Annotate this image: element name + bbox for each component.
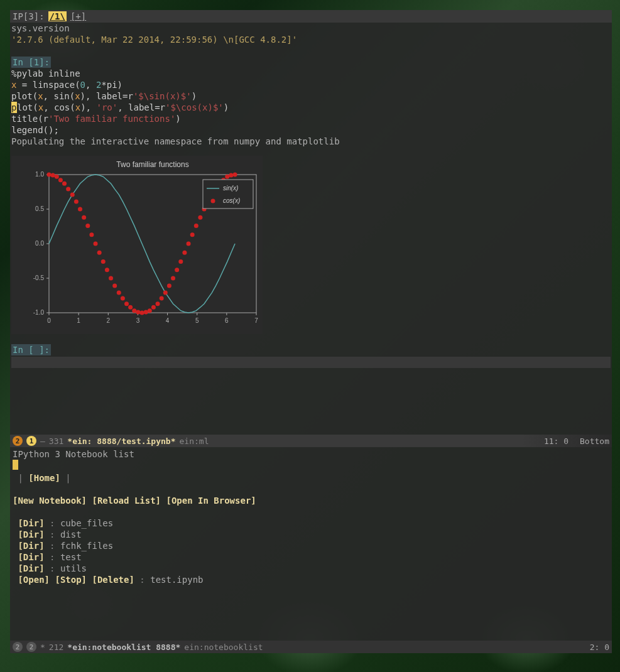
dir-link[interactable]: [Dir] (18, 518, 44, 528)
dir-link[interactable]: [Dir] (18, 563, 44, 573)
blank-line (13, 484, 609, 495)
modeline-position: 2: 0 (590, 642, 609, 652)
home-link[interactable]: [Home] (28, 473, 60, 483)
blank-line (13, 506, 609, 518)
code-line[interactable]: %pylab inline (11, 68, 611, 79)
svg-point-29 (47, 173, 52, 177)
svg-point-32 (58, 178, 63, 182)
svg-text:6: 6 (225, 317, 229, 324)
code-line[interactable]: title(r'Two familiar functions') (11, 113, 611, 124)
modeline-dash: — (40, 436, 45, 446)
svg-point-58 (160, 296, 164, 300)
svg-point-76 (229, 173, 233, 178)
svg-text:0.5: 0.5 (35, 205, 44, 212)
output-line: '2.7.6 (default, Mar 22 2014, 22:59:56) … (11, 34, 611, 45)
file-name: test.ipynb (150, 575, 203, 585)
blank-line (11, 45, 611, 57)
notebook-content[interactable]: sys.version '2.7.6 (default, Mar 22 2014… (10, 23, 612, 368)
tab-active[interactable]: /1\ (48, 11, 67, 21)
cell-prompt-line: In [1]: (11, 57, 611, 68)
code-line[interactable]: plot(x, sin(x), label=r'$\sin(x)$') (11, 90, 611, 102)
modeline-badge: 2 (13, 436, 23, 446)
svg-point-81 (211, 199, 215, 203)
empty-cell[interactable] (11, 357, 611, 368)
svg-point-35 (70, 192, 75, 197)
svg-text:0: 0 (47, 317, 51, 324)
code-line[interactable]: x = linspace(0, 2*pi) (11, 79, 611, 90)
modeline-star: * (40, 642, 45, 652)
svg-text:-0.5: -0.5 (33, 274, 45, 281)
delete-button[interactable]: [Delete] (92, 575, 134, 585)
svg-point-64 (182, 251, 187, 255)
svg-text:5: 5 (195, 317, 199, 324)
svg-point-54 (144, 310, 148, 314)
svg-text:4: 4 (166, 317, 170, 324)
dir-link[interactable]: [Dir] (18, 552, 44, 562)
svg-rect-78 (203, 180, 253, 209)
dir-name: fchk_files (60, 541, 113, 551)
chart-plot: Two familiar functions01234567-1.0-0.50.… (11, 156, 263, 334)
modeline-buffer-name: *ein: 8888/test.ipynb* (67, 436, 175, 446)
modeline-badge: 2 (13, 642, 23, 652)
svg-point-33 (62, 182, 67, 186)
svg-point-31 (55, 175, 59, 179)
svg-point-30 (51, 173, 55, 178)
svg-point-45 (109, 276, 113, 281)
cursor (13, 460, 18, 470)
modeline-buffer-name: *ein:notebooklist 8888* (67, 642, 180, 652)
svg-point-67 (194, 224, 199, 228)
cell-prompt-line: In [ ]: (11, 344, 611, 355)
svg-text:3: 3 (136, 317, 140, 324)
cursor: p (11, 102, 17, 113)
reload-list-button[interactable]: [Reload List] (92, 496, 161, 506)
svg-point-68 (198, 215, 202, 220)
modeline-badge: 1 (26, 436, 36, 446)
svg-point-61 (171, 276, 175, 281)
nblist-dir-row: [Dir] : dist (13, 529, 609, 540)
svg-text:-1.0: -1.0 (33, 309, 45, 316)
svg-point-38 (82, 215, 86, 220)
svg-point-51 (132, 308, 136, 313)
stop-button[interactable]: [Stop] (55, 575, 87, 585)
tab-new-button[interactable]: [+] (70, 11, 86, 21)
svg-point-39 (85, 224, 90, 228)
svg-point-34 (66, 187, 70, 192)
dir-name: cube_files (60, 518, 113, 528)
svg-point-60 (167, 284, 171, 288)
blank-line (11, 338, 611, 344)
modeline-top: 2 1 — 331 *ein: 8888/test.ipynb* ein:ml … (10, 435, 612, 447)
svg-point-37 (78, 207, 82, 212)
svg-point-65 (187, 242, 191, 246)
dir-name: dist (60, 529, 82, 539)
notebook-list: IPython 3 Notebook list | [Home] | [New … (10, 447, 612, 587)
svg-point-77 (233, 173, 237, 177)
svg-point-57 (156, 301, 160, 306)
open-button[interactable]: [Open] (18, 575, 50, 585)
new-notebook-button[interactable]: [New Notebook] (13, 496, 87, 506)
svg-point-46 (112, 284, 117, 288)
breadcrumb: | [Home] | (13, 472, 609, 484)
nblist-dir-row: [Dir] : utils (13, 563, 609, 574)
cell-prompt: In [1]: (11, 57, 51, 68)
svg-text:2: 2 (107, 317, 111, 324)
svg-point-53 (140, 311, 144, 315)
svg-point-50 (128, 305, 133, 310)
svg-text:Two familiar functions: Two familiar functions (116, 160, 188, 169)
nblist-header: IPython 3 Notebook list (13, 448, 609, 460)
nblist-dir-row: [Dir] : cube_files (13, 518, 609, 529)
svg-point-48 (121, 296, 125, 300)
dir-link[interactable]: [Dir] (18, 541, 44, 551)
nblist-file-row: [Open] [Stop] [Delete] : test.ipynb (13, 574, 609, 585)
output-line: sys.version (11, 23, 611, 34)
blank-line (11, 147, 611, 153)
nblist-actions: [New Notebook] [Reload List] [Open In Br… (13, 495, 609, 506)
code-line[interactable]: legend(); (11, 124, 611, 136)
modeline-num: 212 (49, 642, 63, 652)
modeline-position: 11: 0 (544, 436, 568, 446)
svg-text:cos(x): cos(x) (223, 197, 240, 204)
code-line[interactable]: plot(x, cos(x), 'ro', label=r'$\cos(x)$'… (11, 102, 611, 113)
dir-link[interactable]: [Dir] (18, 529, 44, 539)
nblist-dir-row: [Dir] : test (13, 551, 609, 563)
open-browser-button[interactable]: [Open In Browser] (166, 496, 256, 506)
svg-point-40 (89, 232, 94, 237)
